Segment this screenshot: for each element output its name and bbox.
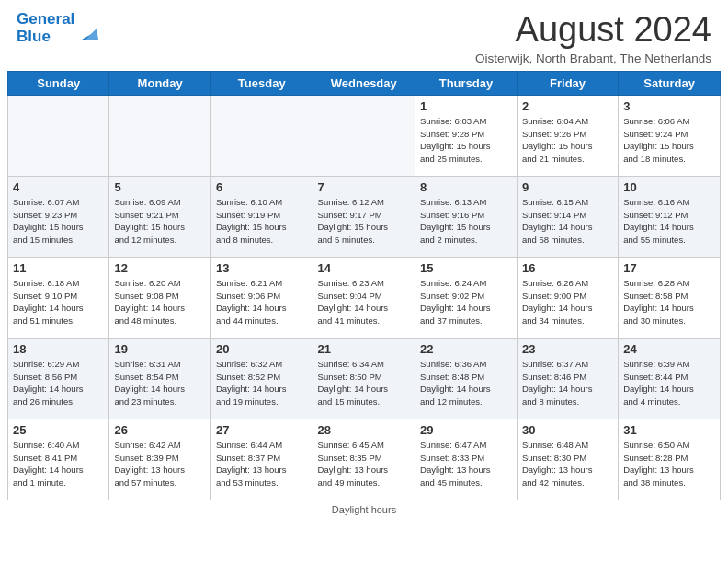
calendar-cell: 7Sunrise: 6:12 AM Sunset: 9:17 PM Daylig… bbox=[313, 176, 415, 257]
day-number: 5 bbox=[114, 180, 206, 194]
day-number: 26 bbox=[114, 423, 206, 437]
calendar-cell: 29Sunrise: 6:47 AM Sunset: 8:33 PM Dayli… bbox=[415, 419, 518, 500]
calendar-cell: 13Sunrise: 6:21 AM Sunset: 9:06 PM Dayli… bbox=[210, 257, 313, 338]
calendar-cell: 5Sunrise: 6:09 AM Sunset: 9:21 PM Daylig… bbox=[109, 176, 211, 257]
day-number: 23 bbox=[522, 342, 613, 356]
cell-info: Sunrise: 6:07 AM Sunset: 9:23 PM Dayligh… bbox=[13, 196, 104, 247]
cell-info: Sunrise: 6:39 AM Sunset: 8:44 PM Dayligh… bbox=[623, 358, 715, 408]
calendar-cell: 21Sunrise: 6:34 AM Sunset: 8:50 PM Dayli… bbox=[313, 338, 415, 419]
month-title: August 2024 bbox=[475, 11, 711, 50]
calendar-cell: 28Sunrise: 6:45 AM Sunset: 8:35 PM Dayli… bbox=[313, 419, 415, 500]
cell-info: Sunrise: 6:48 AM Sunset: 8:30 PM Dayligh… bbox=[522, 439, 613, 489]
day-header-wednesday: Wednesday bbox=[313, 71, 415, 95]
day-number: 22 bbox=[420, 342, 512, 356]
calendar-cell: 10Sunrise: 6:16 AM Sunset: 9:12 PM Dayli… bbox=[619, 176, 721, 257]
day-headers-row: SundayMondayTuesdayWednesdayThursdayFrid… bbox=[8, 71, 721, 95]
day-number: 1 bbox=[420, 99, 512, 113]
cell-info: Sunrise: 6:47 AM Sunset: 8:33 PM Dayligh… bbox=[420, 439, 512, 489]
day-number: 13 bbox=[216, 261, 308, 275]
day-number: 18 bbox=[13, 342, 104, 356]
logo-text: General Blue bbox=[17, 11, 74, 45]
cell-info: Sunrise: 6:03 AM Sunset: 9:28 PM Dayligh… bbox=[420, 115, 512, 166]
daylight-label: Daylight hours bbox=[332, 504, 396, 515]
cell-info: Sunrise: 6:15 AM Sunset: 9:14 PM Dayligh… bbox=[522, 196, 613, 247]
svg-marker-1 bbox=[85, 29, 98, 40]
calendar-week-1: 1Sunrise: 6:03 AM Sunset: 9:28 PM Daylig… bbox=[8, 95, 721, 176]
day-number: 31 bbox=[623, 423, 715, 437]
cell-info: Sunrise: 6:45 AM Sunset: 8:35 PM Dayligh… bbox=[318, 439, 410, 489]
day-header-friday: Friday bbox=[517, 71, 618, 95]
day-number: 24 bbox=[623, 342, 715, 356]
day-number: 16 bbox=[522, 261, 613, 275]
cell-info: Sunrise: 6:24 AM Sunset: 9:02 PM Dayligh… bbox=[420, 277, 512, 327]
cell-info: Sunrise: 6:21 AM Sunset: 9:06 PM Dayligh… bbox=[216, 277, 308, 327]
day-number: 7 bbox=[318, 180, 410, 194]
cell-info: Sunrise: 6:18 AM Sunset: 9:10 PM Dayligh… bbox=[13, 277, 104, 327]
cell-info: Sunrise: 6:09 AM Sunset: 9:21 PM Dayligh… bbox=[114, 196, 206, 247]
cell-info: Sunrise: 6:10 AM Sunset: 9:19 PM Dayligh… bbox=[216, 196, 308, 247]
calendar-week-5: 25Sunrise: 6:40 AM Sunset: 8:41 PM Dayli… bbox=[8, 419, 721, 500]
cell-info: Sunrise: 6:40 AM Sunset: 8:41 PM Dayligh… bbox=[13, 439, 104, 489]
logo: General Blue bbox=[17, 11, 98, 45]
calendar-week-4: 18Sunrise: 6:29 AM Sunset: 8:56 PM Dayli… bbox=[8, 338, 721, 419]
day-number: 2 bbox=[522, 99, 613, 113]
day-number: 21 bbox=[318, 342, 410, 356]
calendar-cell bbox=[210, 95, 313, 176]
calendar-cell: 20Sunrise: 6:32 AM Sunset: 8:52 PM Dayli… bbox=[210, 338, 313, 419]
calendar-cell bbox=[313, 95, 415, 176]
location: Oisterwijk, North Brabant, The Netherlan… bbox=[475, 52, 711, 65]
header: General Blue August 2024 Oisterwijk, Nor… bbox=[0, 0, 728, 71]
day-number: 14 bbox=[318, 261, 410, 275]
day-number: 27 bbox=[216, 423, 308, 437]
calendar-cell: 17Sunrise: 6:28 AM Sunset: 8:58 PM Dayli… bbox=[619, 257, 721, 338]
calendar-cell: 1Sunrise: 6:03 AM Sunset: 9:28 PM Daylig… bbox=[415, 95, 518, 176]
title-section: August 2024 Oisterwijk, North Brabant, T… bbox=[475, 11, 711, 65]
day-number: 20 bbox=[216, 342, 308, 356]
cell-info: Sunrise: 6:23 AM Sunset: 9:04 PM Dayligh… bbox=[318, 277, 410, 327]
cell-info: Sunrise: 6:34 AM Sunset: 8:50 PM Dayligh… bbox=[318, 358, 410, 408]
day-number: 4 bbox=[13, 180, 104, 194]
cell-info: Sunrise: 6:26 AM Sunset: 9:00 PM Dayligh… bbox=[522, 277, 613, 327]
day-number: 11 bbox=[13, 261, 104, 275]
footer: Daylight hours bbox=[0, 500, 728, 517]
cell-info: Sunrise: 6:44 AM Sunset: 8:37 PM Dayligh… bbox=[216, 439, 308, 489]
day-header-monday: Monday bbox=[109, 71, 211, 95]
calendar-cell: 27Sunrise: 6:44 AM Sunset: 8:37 PM Dayli… bbox=[210, 419, 313, 500]
calendar-table: SundayMondayTuesdayWednesdayThursdayFrid… bbox=[7, 71, 721, 500]
calendar-cell: 15Sunrise: 6:24 AM Sunset: 9:02 PM Dayli… bbox=[415, 257, 518, 338]
cell-info: Sunrise: 6:32 AM Sunset: 8:52 PM Dayligh… bbox=[216, 358, 308, 408]
day-number: 9 bbox=[522, 180, 613, 194]
calendar-cell: 30Sunrise: 6:48 AM Sunset: 8:30 PM Dayli… bbox=[517, 419, 618, 500]
calendar-cell: 18Sunrise: 6:29 AM Sunset: 8:56 PM Dayli… bbox=[8, 338, 109, 419]
calendar-cell: 31Sunrise: 6:50 AM Sunset: 8:28 PM Dayli… bbox=[619, 419, 721, 500]
cell-info: Sunrise: 6:12 AM Sunset: 9:17 PM Dayligh… bbox=[318, 196, 410, 247]
cell-info: Sunrise: 6:04 AM Sunset: 9:26 PM Dayligh… bbox=[522, 115, 613, 166]
calendar-cell: 23Sunrise: 6:37 AM Sunset: 8:46 PM Dayli… bbox=[517, 338, 618, 419]
day-header-sunday: Sunday bbox=[8, 71, 109, 95]
day-header-saturday: Saturday bbox=[619, 71, 721, 95]
calendar-cell: 2Sunrise: 6:04 AM Sunset: 9:26 PM Daylig… bbox=[517, 95, 618, 176]
day-number: 6 bbox=[216, 180, 308, 194]
day-number: 19 bbox=[114, 342, 206, 356]
calendar-cell: 8Sunrise: 6:13 AM Sunset: 9:16 PM Daylig… bbox=[415, 176, 518, 257]
calendar-cell: 24Sunrise: 6:39 AM Sunset: 8:44 PM Dayli… bbox=[619, 338, 721, 419]
calendar-cell: 9Sunrise: 6:15 AM Sunset: 9:14 PM Daylig… bbox=[517, 176, 618, 257]
calendar-cell: 6Sunrise: 6:10 AM Sunset: 9:19 PM Daylig… bbox=[210, 176, 313, 257]
calendar-cell: 12Sunrise: 6:20 AM Sunset: 9:08 PM Dayli… bbox=[109, 257, 211, 338]
cell-info: Sunrise: 6:20 AM Sunset: 9:08 PM Dayligh… bbox=[114, 277, 206, 327]
cell-info: Sunrise: 6:42 AM Sunset: 8:39 PM Dayligh… bbox=[114, 439, 206, 489]
day-header-thursday: Thursday bbox=[415, 71, 518, 95]
cell-info: Sunrise: 6:13 AM Sunset: 9:16 PM Dayligh… bbox=[420, 196, 512, 247]
calendar-cell: 26Sunrise: 6:42 AM Sunset: 8:39 PM Dayli… bbox=[109, 419, 211, 500]
day-number: 10 bbox=[623, 180, 715, 194]
calendar-cell: 11Sunrise: 6:18 AM Sunset: 9:10 PM Dayli… bbox=[8, 257, 109, 338]
cell-info: Sunrise: 6:06 AM Sunset: 9:24 PM Dayligh… bbox=[623, 115, 715, 166]
calendar-cell: 3Sunrise: 6:06 AM Sunset: 9:24 PM Daylig… bbox=[619, 95, 721, 176]
calendar-cell bbox=[8, 95, 109, 176]
calendar-cell: 19Sunrise: 6:31 AM Sunset: 8:54 PM Dayli… bbox=[109, 338, 211, 419]
calendar-cell bbox=[109, 95, 211, 176]
calendar-week-2: 4Sunrise: 6:07 AM Sunset: 9:23 PM Daylig… bbox=[8, 176, 721, 257]
cell-info: Sunrise: 6:36 AM Sunset: 8:48 PM Dayligh… bbox=[420, 358, 512, 408]
calendar-wrapper: SundayMondayTuesdayWednesdayThursdayFrid… bbox=[0, 71, 728, 500]
calendar-cell: 22Sunrise: 6:36 AM Sunset: 8:48 PM Dayli… bbox=[415, 338, 518, 419]
